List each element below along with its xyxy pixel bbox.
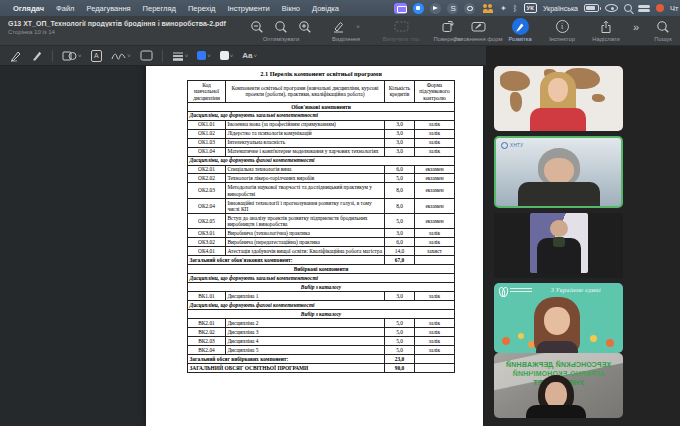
text-box-button[interactable]: A [91, 50, 103, 62]
participant-tile-4[interactable]: З Україною єдині [494, 283, 623, 353]
zoom-in-icon[interactable] [298, 20, 312, 34]
unity-day-script-text: З Україною єдині [550, 287, 600, 293]
table-row: Загальний обсяг обов'язкових компонент:6… [188, 256, 455, 265]
input-language-label[interactable]: Українська [543, 5, 578, 12]
participant-tile-5[interactable]: ХЕРСОНСЬКИЙ ДЕРЖАВНИЙ АГРАРНО-ЕКОНОМІЧНИ… [494, 353, 623, 418]
chevron-down-icon: ˅ [253, 53, 257, 59]
search-button[interactable]: Пошук [648, 19, 678, 42]
selection-button[interactable]: ˅ Виділення [326, 19, 366, 42]
table-row: ОК1.03Інтелектуальна власність3,0залік [188, 138, 455, 147]
world-map-decoration [500, 71, 530, 91]
window-title: G13 ХТ_ОП_Технології продуктів бродіння … [8, 20, 238, 27]
text-style-button[interactable]: Aa ˅ [242, 51, 257, 60]
page-indicator: Сторінка 10 із 14 [8, 29, 238, 35]
table-row: ЗАГАЛЬНИЙ ОБСЯГ ОСВІТНЬОЇ ПРОГРАМИ90,0 [188, 364, 455, 373]
remove-background-icon [394, 20, 409, 33]
chevron-down-icon: ˅ [185, 53, 189, 59]
zoom-out-icon[interactable] [250, 20, 264, 34]
signature-icon [111, 50, 126, 62]
table-row: ОК2.04Інноваційні технології і прогнозув… [188, 198, 455, 213]
toolbar-divider [52, 50, 53, 62]
inspector-icon: i [556, 20, 569, 33]
menu-item-7[interactable]: Вікно [276, 4, 306, 13]
zoom-button-group: Оптимізувати [238, 19, 324, 42]
participant-face [544, 307, 570, 335]
pdf-page[interactable]: 2.1 Перелік компонент освітньої програми… [146, 66, 483, 426]
menu-item-2[interactable]: Файл [50, 4, 80, 13]
signature-button[interactable]: ˅ [111, 50, 131, 62]
participant-turtleneck [553, 237, 565, 247]
input-language-badge[interactable]: УК [524, 3, 537, 13]
flower-decoration [518, 333, 524, 339]
menu-item-6[interactable]: Інструменти [221, 4, 275, 13]
participant-tile-1[interactable] [494, 66, 623, 131]
education-icon[interactable]: ✦ [500, 3, 507, 14]
video-call-sidebar: ХНТУ З Україною єдині ХЕРСОНСЬКИЙ ДЕРЖАВ… [486, 46, 680, 426]
chevron-down-icon: ˅ [356, 24, 360, 30]
table-column-header: Компоненти освітньої програми (навчальні… [225, 81, 384, 103]
shapes-button[interactable]: ˅ [62, 50, 82, 62]
zoom-app-icon[interactable] [413, 3, 424, 14]
control-center-icon[interactable] [638, 4, 650, 12]
table-row: ОК3.01Виробнича (технологічна) практика3… [188, 229, 455, 238]
inspector-button[interactable]: i Інспектор [540, 19, 584, 42]
participant-tile-2-active-speaker[interactable]: ХНТУ [494, 136, 623, 208]
participant-video [530, 213, 588, 273]
battery-icon[interactable] [584, 4, 599, 12]
search-icon [656, 20, 670, 34]
telegram-icon[interactable] [430, 3, 441, 14]
participant-body [526, 405, 586, 418]
table-row: Вибір з каталогу [188, 310, 455, 319]
location-icon[interactable] [464, 3, 475, 14]
draw-pen-button[interactable] [31, 50, 43, 62]
chevron-down-icon: ˅ [230, 53, 234, 59]
table-row: Дисципліни, що формують загальні компете… [188, 111, 455, 120]
logo-text-lines [510, 288, 532, 293]
skype-icon[interactable]: S [447, 3, 458, 14]
document-title-block: G13 ХТ_ОП_Технології продуктів бродіння … [8, 20, 238, 35]
participant-body [536, 341, 578, 353]
line-style-icon [172, 51, 184, 61]
participant-tile-3[interactable] [494, 213, 623, 278]
recording-indicator-icon[interactable] [656, 4, 664, 12]
participant-face [550, 220, 568, 237]
bluetooth-icon[interactable]: ᛒ [513, 3, 518, 14]
university-logo: ХНТУ [501, 142, 523, 149]
menu-item-5[interactable]: Перехід [182, 4, 222, 13]
shapes-icon [62, 50, 77, 62]
menu-item-4[interactable]: Перегляд [137, 4, 182, 13]
spotlight-search-icon[interactable] [624, 4, 632, 12]
menu-clock[interactable]: Чт [670, 4, 680, 13]
menu-item-8[interactable]: Довідка [306, 4, 345, 13]
table-column-header: Код навчальної дисципліни [188, 81, 226, 103]
toolbar-overflow-button[interactable]: » [626, 19, 646, 34]
line-style-button[interactable]: ˅ [172, 51, 189, 61]
markup-label: Розмітка [500, 36, 540, 42]
sketch-pen-button[interactable] [10, 50, 22, 62]
flower-decoration [502, 337, 510, 345]
share-button[interactable]: Надіслати [585, 19, 627, 42]
markup-pen-icon [512, 18, 529, 35]
table-title: 2.1 Перелік компонент освітньої програми [187, 70, 455, 77]
fill-forms-button[interactable]: Заповнення форм [448, 19, 508, 42]
university-logo-icon [501, 142, 508, 149]
fill-forms-label: Заповнення форм [448, 36, 508, 42]
markup-button[interactable]: Розмітка [500, 19, 540, 42]
screen-sharing-icon[interactable] [394, 3, 407, 14]
flower-decoration [590, 335, 597, 342]
menu-bar: ОглядачФайлРедагуванняПереглядПерехідІнс… [0, 0, 680, 16]
border-color-button[interactable]: ˅ [197, 51, 211, 60]
note-button[interactable] [140, 50, 153, 61]
eye-icon[interactable] [605, 4, 618, 12]
zoom-fit-icon[interactable] [274, 20, 288, 34]
menu-item-3[interactable]: Редагування [80, 4, 136, 13]
table-row: Вибір з каталогу [188, 283, 455, 292]
table-row: Дисципліни, що формують загальні компете… [188, 274, 455, 283]
share-icon [600, 20, 612, 34]
menu-item-1[interactable]: Оглядач [7, 4, 50, 13]
users-icon[interactable] [481, 3, 494, 14]
table-row: ОК1.01Іноземна мова (за професійним спря… [188, 120, 455, 129]
note-icon [140, 50, 153, 61]
fill-color-button[interactable]: ˅ [220, 51, 234, 60]
remove-background-label: Вилучити тло [378, 36, 424, 42]
